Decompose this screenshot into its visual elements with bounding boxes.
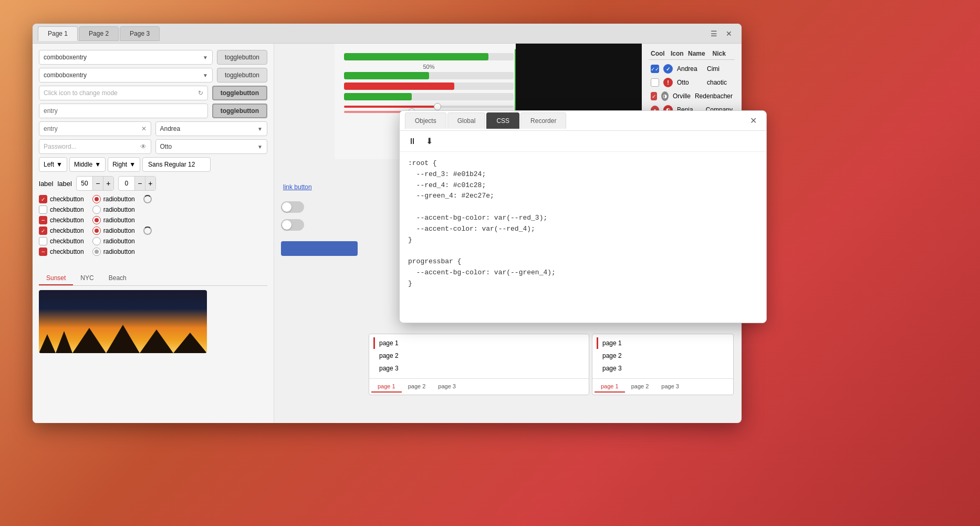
middle-align-combo[interactable]: Middle ▼ xyxy=(69,157,106,172)
checkbox-5[interactable] xyxy=(39,237,47,245)
page-list-item-2[interactable]: page 2 xyxy=(373,350,585,362)
combobox-1[interactable]: comboboxentry ▼ xyxy=(39,50,213,65)
password-entry[interactable]: Password... 👁 xyxy=(39,139,151,154)
dialog-tab-global[interactable]: Global xyxy=(447,112,486,129)
row3-check[interactable]: ✓ xyxy=(651,92,657,100)
h-slider-1[interactable] xyxy=(344,106,514,108)
radio-5[interactable] xyxy=(92,237,101,245)
combo1-value: comboboxentry xyxy=(44,54,87,61)
radio-item-4[interactable]: radiobutton xyxy=(92,226,135,235)
checkbox-4[interactable] xyxy=(39,226,47,235)
toggle-btn-4[interactable]: togglebutton xyxy=(212,104,267,118)
radio-6[interactable] xyxy=(92,247,101,256)
h-slider-1-thumb[interactable] xyxy=(434,103,441,110)
page-btm-right-tab-1[interactable]: page 1 xyxy=(595,381,625,393)
spin2-plus[interactable]: + xyxy=(145,177,155,190)
entry-with-clear[interactable]: entry ✕ xyxy=(39,121,151,136)
page-list-right-item-1[interactable]: page 1 xyxy=(597,337,729,349)
dialog-tab-css[interactable]: CSS xyxy=(486,112,519,129)
dialog-tab-recorder[interactable]: Recorder xyxy=(520,112,566,129)
page-btm-right-tab-3[interactable]: page 3 xyxy=(655,381,685,393)
entry-mode[interactable]: Click icon to change mode ↻ xyxy=(39,86,208,100)
radio-2[interactable] xyxy=(92,205,101,214)
download-button[interactable]: ⬇ xyxy=(424,135,435,147)
left-align-combo[interactable]: Left ▼ xyxy=(39,157,67,172)
checkbox-6[interactable] xyxy=(39,247,47,256)
font-value: Sans Regular 12 xyxy=(148,161,195,168)
color-button[interactable] xyxy=(281,241,358,256)
toggle-switch-2[interactable] xyxy=(281,219,304,231)
right-align-combo[interactable]: Right ▼ xyxy=(108,157,140,172)
spin2-minus[interactable]: − xyxy=(134,177,145,190)
css-code-area[interactable]: :root { --red_3: #e01b24; --red_4: #c01c… xyxy=(400,152,766,296)
radio-3[interactable] xyxy=(92,216,101,224)
checkbox-3[interactable] xyxy=(39,216,47,224)
spinbox-1[interactable]: 50 − + xyxy=(76,176,114,191)
tab-nyc[interactable]: NYC xyxy=(73,272,101,285)
menu-button[interactable]: ☰ xyxy=(706,27,722,40)
table-row-1[interactable]: ✓ ✓ Andrea Cimi xyxy=(649,62,735,76)
row1-check[interactable]: ✓ xyxy=(651,65,659,73)
page-list-right-item-3[interactable]: page 3 xyxy=(597,363,729,374)
toggle-btn-2[interactable]: togglebutton xyxy=(217,68,267,82)
check-item-1[interactable]: checkbutton xyxy=(39,195,84,203)
spinner-2 xyxy=(143,226,152,235)
table-row-2[interactable]: ! Otto chaotic xyxy=(649,76,735,89)
andrea-combo[interactable]: Andrea ▼ xyxy=(155,121,268,136)
radio-item-6[interactable]: radiobutton xyxy=(92,247,135,256)
combobox-2[interactable]: comboboxentry ▼ xyxy=(39,68,213,82)
check-item-2[interactable]: checkbutton xyxy=(39,205,84,214)
radio-4[interactable] xyxy=(92,226,101,235)
check-item-5[interactable]: checkbutton xyxy=(39,237,84,245)
close-button[interactable]: ✕ xyxy=(722,27,736,40)
clear-icon[interactable]: ✕ xyxy=(141,125,147,132)
radio-1[interactable] xyxy=(92,195,101,203)
radio-item-2[interactable]: radiobutton xyxy=(92,205,135,214)
table-row-3[interactable]: ✓ ◑ Orville Redenbacher xyxy=(649,89,735,103)
toggle-switch-1[interactable] xyxy=(281,201,304,213)
spinbox-2[interactable]: 0 − + xyxy=(118,176,156,191)
page-btm-right-tab-2[interactable]: page 2 xyxy=(625,381,655,393)
page-btm-tab-1[interactable]: page 1 xyxy=(371,381,402,393)
check-item-3[interactable]: checkbutton xyxy=(39,216,84,224)
combo1-arrow-icon: ▼ xyxy=(203,55,208,60)
entry-plain[interactable]: entry xyxy=(39,104,208,118)
check-item-4[interactable]: checkbutton xyxy=(39,226,84,235)
tab-page3[interactable]: Page 3 xyxy=(120,26,160,41)
font-select[interactable]: Sans Regular 12 xyxy=(142,157,211,172)
row2-check[interactable] xyxy=(651,78,659,87)
toggle-combo-panel: link button xyxy=(275,44,364,265)
checkbox-2[interactable] xyxy=(39,205,47,214)
password-row: Password... 👁 Otto ▼ xyxy=(39,139,267,154)
tab-page2[interactable]: Page 2 xyxy=(79,26,119,41)
tab-sunset[interactable]: Sunset xyxy=(39,272,73,285)
page-btm-tab-2[interactable]: page 2 xyxy=(402,381,432,393)
radio-item-3[interactable]: radiobutton xyxy=(92,216,135,224)
page-list-right-item-2[interactable]: page 2 xyxy=(597,350,729,362)
toggle-btn-1[interactable]: togglebutton xyxy=(217,50,267,65)
toggle-btn-3[interactable]: togglebutton xyxy=(212,86,267,100)
bottom-tabs: Sunset NYC Beach xyxy=(39,272,267,286)
password-placeholder: Password... xyxy=(44,143,77,150)
pause-button[interactable]: ⏸ xyxy=(406,136,419,147)
radio-item-5[interactable]: radiobutton xyxy=(92,237,135,245)
refresh-icon[interactable]: ↻ xyxy=(198,89,203,97)
dialog-close-button[interactable]: ✕ xyxy=(746,114,761,128)
col-nick: Nick xyxy=(713,50,733,57)
spin1-plus[interactable]: + xyxy=(103,177,113,190)
tab-page1[interactable]: Page 1 xyxy=(38,26,78,41)
dialog-tab-objects[interactable]: Objects xyxy=(405,112,446,129)
radio-item-1[interactable]: radiobutton xyxy=(92,195,135,203)
progress-bar-1 xyxy=(344,53,514,60)
tab-beach[interactable]: Beach xyxy=(101,272,134,285)
eye-icon[interactable]: 👁 xyxy=(140,143,147,150)
link-button[interactable]: link button xyxy=(281,181,314,193)
spin1-minus[interactable]: − xyxy=(92,177,103,190)
otto-combo[interactable]: Otto ▼ xyxy=(155,139,268,154)
page-list-item-3[interactable]: page 3 xyxy=(373,363,585,374)
right-align-label: Right xyxy=(112,161,127,168)
check-item-6[interactable]: checkbutton xyxy=(39,247,84,256)
page-list-item-1[interactable]: page 1 xyxy=(373,337,585,349)
page-btm-tab-3[interactable]: page 3 xyxy=(432,381,462,393)
checkbox-1[interactable] xyxy=(39,195,47,203)
